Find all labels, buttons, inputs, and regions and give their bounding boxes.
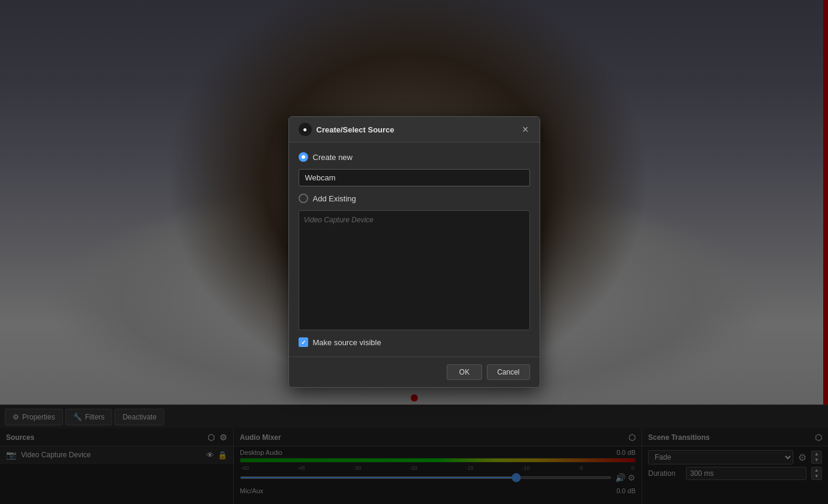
add-existing-row: Add Existing <box>299 194 530 203</box>
dialog-title: Create/Select Source <box>317 125 395 134</box>
cancel-button[interactable]: Cancel <box>487 364 529 380</box>
make-visible-row: ✓ Make source visible <box>299 337 530 347</box>
existing-sources-list[interactable]: Video Capture Device <box>299 210 530 330</box>
modal-overlay: ● Create/Select Source × Create new Add … <box>0 0 828 504</box>
create-select-source-dialog: ● Create/Select Source × Create new Add … <box>288 116 540 388</box>
add-existing-radio[interactable] <box>299 194 308 203</box>
dialog-footer: OK Cancel <box>289 357 540 387</box>
source-name-input[interactable] <box>299 169 530 186</box>
dialog-close-button[interactable]: × <box>521 124 530 135</box>
create-new-row: Create new <box>299 152 530 162</box>
dialog-body: Create new Add Existing Video Capture De… <box>289 143 540 357</box>
make-visible-label: Make source visible <box>313 338 381 347</box>
dialog-header: ● Create/Select Source × <box>289 117 540 143</box>
checkmark-icon: ✓ <box>301 339 306 346</box>
obs-logo-icon: ● <box>299 123 312 136</box>
add-existing-label: Add Existing <box>313 194 356 203</box>
create-new-label: Create new <box>313 153 353 162</box>
dialog-title-row: ● Create/Select Source <box>299 123 395 136</box>
ok-button[interactable]: OK <box>447 364 482 380</box>
make-visible-checkbox[interactable]: ✓ <box>299 337 308 347</box>
create-new-radio[interactable] <box>299 152 308 162</box>
list-placeholder: Video Capture Device <box>304 216 374 224</box>
